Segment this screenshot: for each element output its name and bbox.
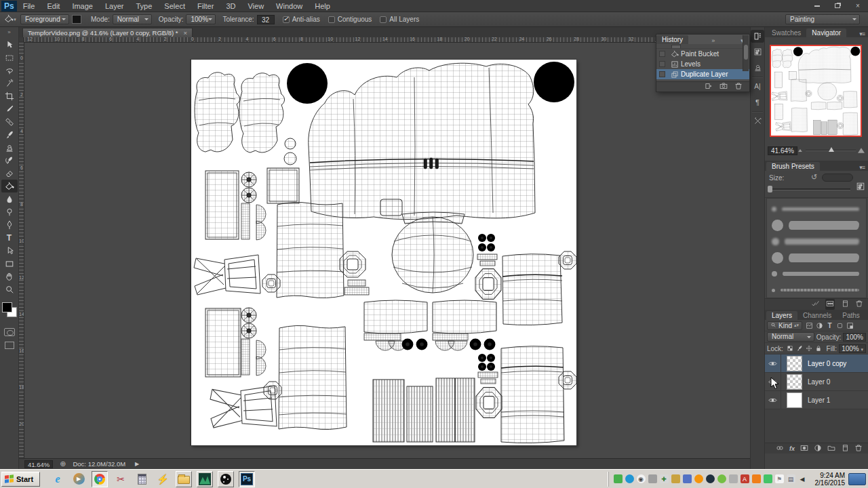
layer-row-layer-0[interactable]: Layer 0 [765,373,868,391]
tray-icon-plane[interactable] [729,474,738,483]
visibility-eye-icon[interactable] [765,391,781,409]
menu-3d[interactable]: 3D [220,0,241,12]
status-options-arrow[interactable]: ▶ [135,461,139,467]
document-tab[interactable]: TempforVideo.png @ 41.6% (Layer 0 copy, … [22,28,193,37]
tray-icon-flame[interactable] [752,474,761,483]
dock-brush-tip-icon[interactable] [751,45,764,58]
tray-icon-flag[interactable]: ⚑ [775,474,784,483]
zoom-level-field[interactable]: 41.64% [24,460,53,468]
layer-fill-field[interactable]: 100% ▾ [839,344,866,353]
lock-checker-lock-icon[interactable] [785,345,795,352]
3ds-max-icon[interactable] [197,471,213,487]
navigator-proxy-view[interactable] [770,45,862,137]
show-desktop-button[interactable] [848,473,866,485]
internet-explorer-icon[interactable]: e [50,471,66,487]
visibility-eye-icon[interactable] [765,354,781,373]
history-item-clipped[interactable] [656,44,749,49]
layer-opacity-field[interactable]: 100% ▾ [843,333,866,342]
tool-crop[interactable] [1,89,18,102]
tool-lasso[interactable] [1,64,18,77]
dock-character-icon[interactable]: A| [751,80,764,93]
tool-eraser[interactable] [1,167,18,180]
workspace-select[interactable]: Painting [785,14,860,24]
tray-icon-volume[interactable]: ◀ [798,474,807,483]
trash-icon[interactable] [734,82,743,92]
layer-thumbnail[interactable] [787,356,802,371]
antialias-checkbox[interactable]: Anti-alias [283,16,320,23]
folder-button-icon[interactable] [827,444,835,453]
tool-pen[interactable] [1,218,18,231]
close-button[interactable]: × [848,1,868,12]
brush-preset-item[interactable] [767,249,866,266]
document-canvas[interactable] [191,60,576,445]
restore-button[interactable] [827,1,848,12]
menu-file[interactable]: File [17,0,41,12]
tab-channels[interactable]: Channels [797,311,837,320]
ruler-horizontal[interactable]: 1210864202468101214161820222426283032343… [24,37,750,43]
fx-button-icon[interactable]: fx [789,445,795,452]
camera-icon[interactable] [719,82,728,92]
tray-icon-lock[interactable] [648,474,657,483]
navigator-zoom-field[interactable]: 41.64% [768,146,797,155]
tool-dodge[interactable] [1,205,18,218]
fill-source-select[interactable]: Foreground [20,14,69,24]
brush-preset-item[interactable] [767,266,866,282]
history-source-well[interactable] [659,61,665,67]
menu-edit[interactable]: Edit [41,0,66,12]
menu-window[interactable]: Window [270,0,309,12]
new-layer-icon[interactable] [841,300,849,309]
trash-button-icon[interactable] [854,444,863,453]
tool-hand[interactable] [1,270,18,283]
menu-filter[interactable]: Filter [191,0,220,12]
lock-brush-icon[interactable] [795,345,804,352]
chrome-icon[interactable] [92,471,108,487]
foreground-color-swatch[interactable] [2,302,12,312]
quick-mask-button[interactable] [4,328,15,336]
tray-icon-network[interactable]: ▤ [787,474,795,483]
dock-history-panel-icon[interactable] [751,30,764,43]
navigator-zoom-slider[interactable] [806,150,856,151]
layer-row-layer-0-copy[interactable]: Layer 0 copy [765,354,868,373]
tray-icon-blue-star[interactable] [683,474,692,483]
tolerance-input[interactable]: 32 [257,15,275,24]
contiguous-checkbox[interactable]: Contiguous [328,16,372,23]
pattern-swatch[interactable] [72,15,81,24]
menu-help[interactable]: Help [309,0,336,12]
menu-image[interactable]: Image [66,0,99,12]
brush-presets-menu-icon[interactable]: ▾≡ [856,164,868,171]
grid-thumb-icon[interactable] [825,299,835,310]
tool-clone-stamp[interactable] [1,141,18,154]
dock-clone-source-icon[interactable] [751,61,764,74]
trash-icon[interactable] [855,300,863,309]
history-item-duplicate-layer[interactable]: Duplicate Layer [656,69,749,79]
tool-rectangle[interactable] [1,257,18,270]
tray-icon-orange-orb[interactable] [694,474,703,483]
dock-tool-presets-icon[interactable] [751,115,764,127]
doc-state-icon[interactable] [705,82,713,92]
obs-icon[interactable] [218,471,234,487]
file-explorer-icon[interactable] [176,471,192,487]
brush-panel-toggle-icon[interactable] [856,182,865,192]
menu-select[interactable]: Select [158,0,191,12]
brush-size-value-box[interactable] [822,174,853,182]
tab-layers[interactable]: Layers [766,311,797,320]
toolbar-collapse-icon[interactable]: » [0,27,18,38]
zoom-in-icon[interactable] [858,148,865,153]
navigator-menu-icon[interactable]: ▾≡ [856,30,868,37]
tray-icon-eye[interactable]: ◉ [637,474,646,483]
tab-paths[interactable]: Paths [837,311,865,320]
filter-shape-layer-icon[interactable] [835,322,845,329]
brush-preset-item[interactable] [767,282,866,298]
tool-preset-picker[interactable]: ▾ [0,14,20,25]
tool-paint-bucket[interactable] [1,180,18,192]
tool-magic-wand[interactable] [1,77,18,89]
blend-mode-select[interactable]: Normal [767,332,814,342]
menu-layer[interactable]: Layer [99,0,130,12]
document-close-icon[interactable]: × [184,29,188,37]
new-layer-button-icon[interactable] [841,444,849,453]
snipping-tool-icon[interactable]: ✂ [113,471,129,487]
brush-reset-icon[interactable]: ↺ [811,173,817,182]
lock-lock-icon[interactable] [814,345,823,352]
tray-icon-green-sync[interactable] [764,474,772,483]
calculator-icon[interactable] [134,471,150,487]
